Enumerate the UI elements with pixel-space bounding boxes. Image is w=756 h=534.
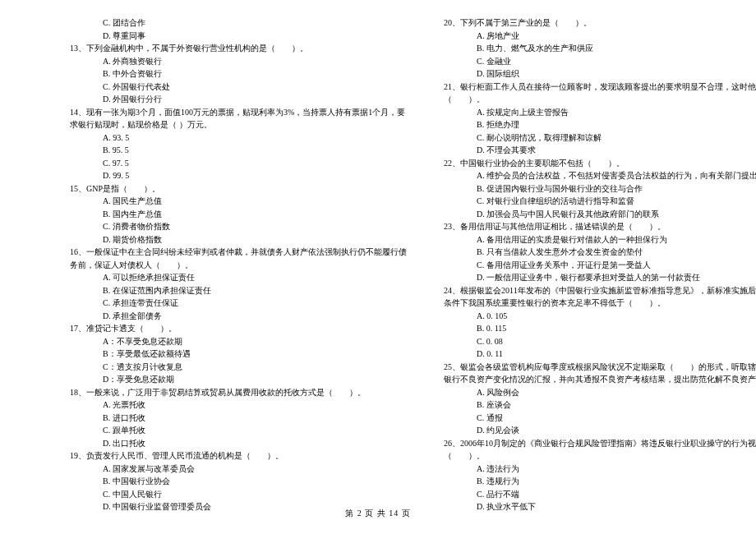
option-line: C. 中国人民银行 [70, 488, 407, 501]
question-line: 17、准贷记卡透支（ ）。 [70, 322, 407, 335]
option-line: D. 出口托收 [70, 437, 407, 450]
question-line: 条件下我国系统重要性银行的资本充足率不得低于（ ）。 [444, 297, 756, 310]
question-line: 16、一般保证中在主合同纠纷未经审判或者仲裁，并就债务人财产依法强制执行仍不能履… [70, 246, 407, 259]
option-line: D. 期货价格指数 [70, 233, 407, 246]
option-line: D. 不理会其要求 [444, 144, 756, 157]
question-line: （ ）。 [444, 93, 756, 106]
option-line: C. 耐心说明情况，取得理解和谅解 [444, 131, 756, 145]
option-line: A. 93. 5 [70, 131, 407, 145]
option-line: A. 光票托收 [70, 398, 407, 412]
question-line: 23、备用信用证与其他信用证相比，描述错误的是（ ）。 [444, 220, 756, 233]
option-line: A. 维护会员的合法权益，不包括对侵害委员合法权益的行为，向有关部门提出申诉或要… [444, 169, 756, 182]
page-container: C. 团结合作D. 尊重同事13、下列金融机构中，不属于外资银行营业性机构的是（… [0, 16, 756, 501]
question-line: 18、一般来说，广泛用于非贸易结算或贸易从属费用收款的托收方式是（ ）。 [70, 386, 407, 399]
option-line: C. 0. 08 [444, 335, 756, 348]
question-line: 求银行贴现时，贴现价格是（ ）万元。 [70, 118, 407, 131]
option-line: D. 99. 5 [70, 169, 407, 182]
option-line: B. 95. 5 [70, 144, 407, 157]
option-line: D. 加强会员与中国人民银行及其他政府部门的联系 [444, 208, 756, 221]
option-line: B. 在保证范围内承担保证责任 [70, 284, 407, 297]
option-line: D. 一般信用证业务中，银行都要承担对受益人的第一付款责任 [444, 271, 756, 284]
left-column: C. 团结合作D. 尊重同事13、下列金融机构中，不属于外资银行营业性机构的是（… [0, 16, 419, 501]
option-line: A. 0. 105 [444, 310, 756, 323]
question-line: 13、下列金融机构中，不属于外资银行营业性机构的是（ ）。 [70, 42, 407, 55]
option-line: C. 团结合作 [70, 16, 407, 30]
option-line: A. 国家发展与改革委员会 [70, 463, 407, 476]
option-line: C. 消费者物价指数 [70, 220, 407, 233]
question-line: 22、中国银行业协会的主要职能不包括（ ）。 [444, 157, 756, 170]
option-line: B. 促进国内银行业与国外银行业的交往与合作 [444, 182, 756, 196]
question-line: 19、负责发行人民币、管理人民币流通的机构是（ ）。 [70, 449, 407, 463]
option-line: B. 电力、燃气及水的生产和供应 [444, 42, 756, 55]
option-line: B. 只有当借款人发生意外才会发生资金的垫付 [444, 246, 756, 259]
option-line: C. 对银行业自律组织的活动进行指导和监督 [444, 195, 756, 208]
option-line: C. 跟单托收 [70, 424, 407, 437]
option-line: C. 97. 5 [70, 157, 407, 170]
option-line: B. 0. 115 [444, 322, 756, 335]
option-line: B. 拒绝办理 [444, 118, 756, 131]
option-line: A. 备用信用证的实质是银行对借款人的一种担保行为 [444, 233, 756, 246]
option-line: C. 金融业 [444, 55, 756, 68]
option-line: D. 国际组织 [444, 67, 756, 81]
option-line: C. 品行不端 [444, 488, 756, 501]
option-line: A. 违法行为 [444, 463, 756, 476]
page-footer: 第 2 页 共 14 页 [0, 508, 756, 519]
option-line: B. 国内生产总值 [70, 208, 407, 221]
option-line: B. 进口托收 [70, 412, 407, 425]
option-line: A. 外商独资银行 [70, 55, 407, 68]
option-line: C. 承担连带责任保证 [70, 297, 407, 310]
option-line: C：透支按月计收复息 [70, 361, 407, 374]
option-line: D. 尊重同事 [70, 30, 407, 43]
question-line: 14、现有一张为期3个月，面值100万元的票据，贴现利率为3%，当持票人持有票据… [70, 106, 407, 119]
question-line: 15、GNP是指（ ）。 [70, 182, 407, 196]
question-line: 21、银行柜面工作人员在接待一位顾客时，发现该顾客提出的要求明显不合理，这时他应 [444, 81, 756, 94]
question-line: 务前，保证人对债权人（ ）。 [70, 259, 407, 272]
question-line: 20、下列不属于第三产业的是（ ）。 [444, 16, 756, 30]
option-line: D. 承担全部债务 [70, 310, 407, 323]
option-line: B. 违规行为 [444, 475, 756, 488]
option-line: A. 国民生产总值 [70, 195, 407, 208]
option-line: A. 可以拒绝承担保证责任 [70, 271, 407, 284]
question-line: 25、银监会各级监管机构应每季度或根据风险状况不定期采取（ ）的形式，听取辖内商… [444, 361, 756, 374]
option-line: B：享受最低还款额待遇 [70, 348, 407, 361]
option-line: B. 中外合资银行 [70, 67, 407, 81]
option-line: D. 0. 11 [444, 348, 756, 361]
question-line: （ ）。 [444, 449, 756, 463]
option-line: B. 中国银行业协会 [70, 475, 407, 488]
option-line: D. 约见会谈 [444, 424, 756, 437]
question-line: 24、根据银监会2011年发布的《中国银行业实施新监管标准指导意见》，新标准实施… [444, 284, 756, 297]
right-column: 20、下列不属于第三产业的是（ ）。A. 房地产业B. 电力、燃气及水的生产和供… [419, 16, 756, 501]
option-line: A. 风险例会 [444, 386, 756, 399]
question-line: 26、2006年10月制定的《商业银行合规风险管理指南》将违反银行业职业操守的行… [444, 437, 756, 450]
option-line: D：享受免息还款期 [70, 373, 407, 386]
option-line: A. 房地产业 [444, 30, 756, 43]
option-line: D. 外国银行分行 [70, 93, 407, 106]
option-line: B. 座谈会 [444, 398, 756, 412]
option-line: C. 备用信用证业务关系中，开证行是第一受益人 [444, 259, 756, 272]
option-line: A. 按规定向上级主管报告 [444, 106, 756, 119]
option-line: C. 外国银行代表处 [70, 81, 407, 94]
option-line: A：不享受免息还款期 [70, 335, 407, 348]
option-line: C. 通报 [444, 412, 756, 425]
question-line: 银行不良资产变化情况的汇报，并向其通报不良资产考核结果，提出防范化解不良资产的意… [444, 373, 756, 386]
